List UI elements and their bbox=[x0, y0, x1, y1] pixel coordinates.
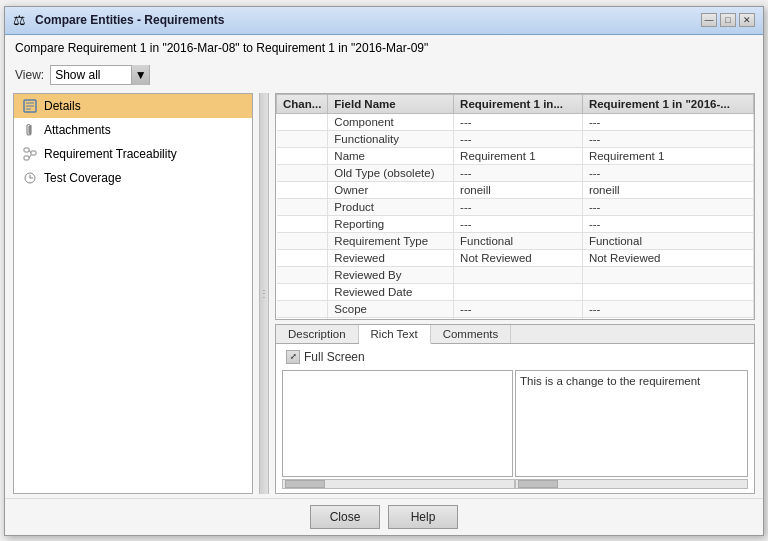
nav-item-attachments-label: Attachments bbox=[44, 123, 111, 137]
title-bar: ⚖ Compare Entities - Requirements — □ ✕ bbox=[5, 7, 763, 35]
tab-rich-text[interactable]: Rich Text bbox=[359, 325, 431, 344]
cell-col1: Not Reviewed bbox=[454, 249, 583, 266]
cell-field: Reviewed Date bbox=[328, 283, 454, 300]
editor-left[interactable] bbox=[282, 370, 513, 477]
dialog-title: Compare Entities - Requirements bbox=[35, 13, 224, 27]
comparison-table-container: Chan... Field Name Requirement 1 in... R… bbox=[275, 93, 755, 320]
cell-col1: --- bbox=[454, 198, 583, 215]
cell-col1 bbox=[454, 283, 583, 300]
cell-changed bbox=[277, 181, 328, 198]
cell-col2: --- bbox=[582, 164, 753, 181]
maximize-button[interactable]: □ bbox=[720, 13, 736, 27]
cell-changed bbox=[277, 198, 328, 215]
table-row: Reviewed Date bbox=[277, 283, 754, 300]
cell-changed bbox=[277, 164, 328, 181]
view-label: View: bbox=[15, 68, 44, 82]
cell-col1: --- bbox=[454, 300, 583, 317]
view-bar: View: Show all ▼ bbox=[5, 61, 763, 89]
table-row: Reviewed By bbox=[277, 266, 754, 283]
help-button[interactable]: Help bbox=[388, 505, 458, 529]
svg-rect-6 bbox=[24, 156, 29, 160]
right-panel: Chan... Field Name Requirement 1 in... R… bbox=[275, 93, 755, 494]
view-select[interactable]: Show all ▼ bbox=[50, 65, 150, 85]
table-row: Old Type (obsolete)------ bbox=[277, 164, 754, 181]
cell-field: Name bbox=[328, 147, 454, 164]
cell-col2: --- bbox=[582, 317, 753, 320]
close-button[interactable]: ✕ bbox=[739, 13, 755, 27]
close-button[interactable]: Close bbox=[310, 505, 380, 529]
comparison-table: Chan... Field Name Requirement 1 in... R… bbox=[276, 94, 754, 320]
table-row: Product------ bbox=[277, 198, 754, 215]
editor-left-scrollbar[interactable] bbox=[282, 479, 515, 489]
tab-bar: Description Rich Text Comments bbox=[276, 325, 754, 344]
cell-col1: --- bbox=[454, 317, 583, 320]
col-header-field: Field Name bbox=[328, 94, 454, 113]
col-header-req1: Requirement 1 in... bbox=[454, 94, 583, 113]
bottom-tabs: Description Rich Text Comments ⤢ Full Sc… bbox=[275, 324, 755, 494]
main-content: Details Attachments bbox=[5, 89, 763, 498]
cell-changed bbox=[277, 249, 328, 266]
table-row: NameRequirement 1Requirement 1 bbox=[277, 147, 754, 164]
cell-field: Scope bbox=[328, 300, 454, 317]
view-select-value: Show all bbox=[51, 68, 131, 82]
cell-changed bbox=[277, 215, 328, 232]
nav-item-attachments[interactable]: Attachments bbox=[14, 118, 252, 142]
cell-field: Owner bbox=[328, 181, 454, 198]
full-screen-bar: ⤢ Full Screen bbox=[282, 348, 748, 366]
title-controls: — □ ✕ bbox=[701, 13, 755, 27]
cell-field: Component bbox=[328, 113, 454, 130]
editor-right-scroll-thumb[interactable] bbox=[518, 480, 558, 488]
editor-left-scroll-thumb[interactable] bbox=[285, 480, 325, 488]
subtitle: Compare Requirement 1 in "2016-Mar-08" t… bbox=[5, 35, 763, 61]
cell-changed bbox=[277, 130, 328, 147]
editor-row: This is a change to the requirement bbox=[282, 370, 748, 489]
svg-rect-4 bbox=[24, 148, 29, 152]
cell-col2: --- bbox=[582, 130, 753, 147]
cell-col1: Functional bbox=[454, 232, 583, 249]
cell-col1: Requirement 1 bbox=[454, 147, 583, 164]
cell-field: Old Type (obsolete) bbox=[328, 164, 454, 181]
full-screen-icon[interactable]: ⤢ bbox=[286, 350, 300, 364]
cell-changed bbox=[277, 300, 328, 317]
cell-changed bbox=[277, 232, 328, 249]
table-row: Ownerroneillroneill bbox=[277, 181, 754, 198]
minimize-button[interactable]: — bbox=[701, 13, 717, 27]
cell-col2: Functional bbox=[582, 232, 753, 249]
cell-col1 bbox=[454, 266, 583, 283]
cell-col2 bbox=[582, 266, 753, 283]
cell-field: Functionality bbox=[328, 130, 454, 147]
cell-col2: --- bbox=[582, 113, 753, 130]
nav-item-test-coverage-label: Test Coverage bbox=[44, 171, 121, 185]
cell-field: Reviewed By bbox=[328, 266, 454, 283]
editor-right-scrollbar[interactable] bbox=[515, 479, 748, 489]
cell-field: Reporting bbox=[328, 215, 454, 232]
tab-comments[interactable]: Comments bbox=[431, 325, 512, 343]
table-row: Requirement TypeFunctionalFunctional bbox=[277, 232, 754, 249]
nav-item-requirement-traceability[interactable]: Requirement Traceability bbox=[14, 142, 252, 166]
col-header-changed: Chan... bbox=[277, 94, 328, 113]
table-row: Sub-Functionality------ bbox=[277, 317, 754, 320]
nav-item-details[interactable]: Details bbox=[14, 94, 252, 118]
cell-field: Reviewed bbox=[328, 249, 454, 266]
cell-col1: --- bbox=[454, 113, 583, 130]
nav-item-traceability-label: Requirement Traceability bbox=[44, 147, 177, 161]
cell-col2: --- bbox=[582, 300, 753, 317]
view-dropdown-arrow[interactable]: ▼ bbox=[131, 65, 149, 85]
details-icon bbox=[22, 98, 38, 114]
col-header-req2: Requirement 1 in "2016-... bbox=[582, 94, 753, 113]
cell-field: Product bbox=[328, 198, 454, 215]
cell-col1: --- bbox=[454, 130, 583, 147]
tab-description[interactable]: Description bbox=[276, 325, 359, 343]
cell-col2: Requirement 1 bbox=[582, 147, 753, 164]
full-screen-label[interactable]: Full Screen bbox=[304, 350, 365, 364]
cell-col2: --- bbox=[582, 198, 753, 215]
panel-splitter[interactable]: ⋮ bbox=[259, 93, 269, 494]
table-row: Functionality------ bbox=[277, 130, 754, 147]
table-row: Scope------ bbox=[277, 300, 754, 317]
cell-col1: --- bbox=[454, 164, 583, 181]
cell-changed bbox=[277, 283, 328, 300]
cell-col2 bbox=[582, 283, 753, 300]
nav-item-test-coverage[interactable]: Test Coverage bbox=[14, 166, 252, 190]
editor-right[interactable]: This is a change to the requirement bbox=[515, 370, 748, 477]
cell-field: Requirement Type bbox=[328, 232, 454, 249]
